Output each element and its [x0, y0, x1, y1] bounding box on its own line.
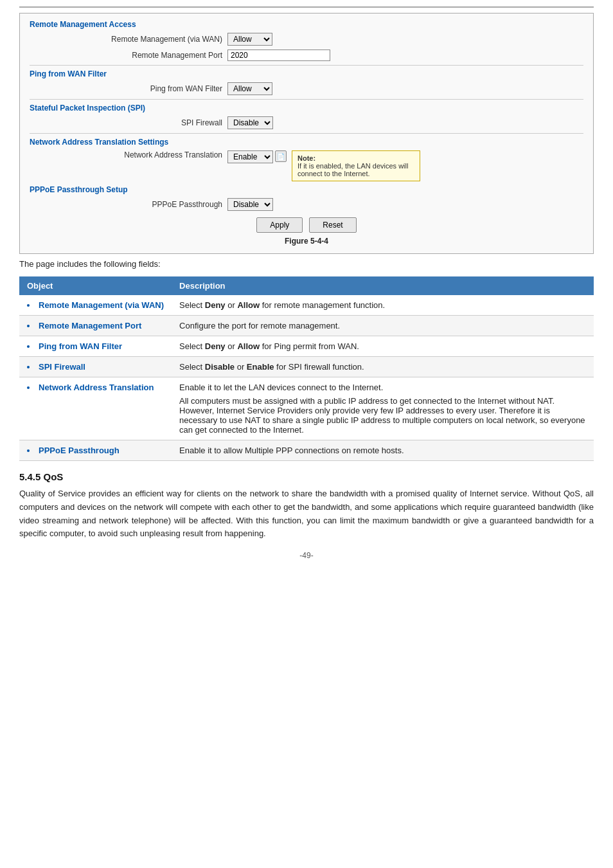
divider-3: [30, 133, 583, 134]
obj-pppoe: PPPoE Passthrough: [19, 440, 172, 461]
divider-2: [30, 99, 583, 100]
remote-management-section: Remote Management Access Remote Manageme…: [30, 20, 583, 61]
intro-text: The page includes the following fields:: [19, 259, 594, 269]
qos-heading: 5.4.5 QoS: [19, 471, 594, 482]
obj-remote-wan: Remote Management (via WAN): [19, 295, 172, 316]
spi-select[interactable]: Disable Enable: [227, 116, 273, 129]
figure-box: Remote Management Access Remote Manageme…: [19, 13, 594, 254]
desc-pppoe: Enable it to allow Multiple PPP connecti…: [172, 440, 594, 461]
spi-row: SPI Firewall Disable Enable: [30, 116, 583, 129]
ping-wan-label: Ping from WAN Filter: [42, 84, 222, 93]
top-divider: [19, 6, 594, 8]
nat-note-text: If it is enabled, the LAN devices will c…: [298, 162, 414, 177]
bullet-ping-wan: Ping from WAN Filter: [27, 341, 164, 351]
nat-section: Network Address Translation Settings Net…: [30, 138, 583, 181]
deny-label-2: Deny: [205, 341, 226, 351]
desc-spi: Select Disable or Enable for SPI firewal…: [172, 357, 594, 377]
table-header-description: Description: [172, 276, 594, 295]
desc-ping-wan: Select Deny or Allow for Ping permit fro…: [172, 336, 594, 357]
table-row: Remote Management (via WAN) Select Deny …: [19, 295, 594, 316]
pppoe-section: PPPoE Passthrough Setup PPPoE Passthroug…: [30, 185, 583, 211]
pppoe-select[interactable]: Disable Enable: [227, 198, 273, 211]
pppoe-label: PPPoE Passthrough: [42, 200, 222, 209]
table-row: PPPoE Passthrough Enable it to allow Mul…: [19, 440, 594, 461]
page-number: -49-: [19, 551, 594, 560]
bullet-remote-port: Remote Management Port: [27, 321, 164, 330]
pppoe-title: PPPoE Passthrough Setup: [30, 185, 583, 194]
remote-management-wan-label: Remote Management (via WAN): [42, 35, 222, 44]
content-area: The page includes the following fields: …: [19, 259, 594, 560]
remote-management-port-input[interactable]: [227, 50, 330, 61]
remote-management-title: Remote Management Access: [30, 20, 583, 29]
figure-caption: Figure 5-4-4: [30, 237, 583, 246]
button-row: Apply Reset: [30, 217, 583, 233]
nat-info-icon[interactable]: 📄: [275, 150, 287, 162]
ping-wan-row: Ping from WAN Filter Allow Deny: [30, 82, 583, 95]
bullet-spi: SPI Firewall: [27, 362, 164, 372]
obj-nat: Network Address Translation: [19, 377, 172, 440]
nat-label: Network Address Translation: [42, 150, 222, 159]
description-table: Object Description Remote Management (vi…: [19, 276, 594, 461]
apply-button[interactable]: Apply: [256, 217, 303, 233]
spi-label: SPI Firewall: [42, 118, 222, 127]
obj-remote-port: Remote Management Port: [19, 316, 172, 336]
table-row: SPI Firewall Select Disable or Enable fo…: [19, 357, 594, 377]
deny-label: Deny: [205, 300, 226, 310]
qos-paragraph: Quality of Service provides an efficient…: [19, 487, 594, 541]
desc-remote-wan: Select Deny or Allow for remote manageme…: [172, 295, 594, 316]
desc-remote-port: Configure the port for remote management…: [172, 316, 594, 336]
nat-select[interactable]: Enable Disable: [227, 150, 273, 163]
table-row: Ping from WAN Filter Select Deny or Allo…: [19, 336, 594, 357]
nat-desc-2: All computers must be assigned with a pu…: [179, 396, 586, 435]
remote-management-port-label: Remote Management Port: [42, 51, 222, 60]
disable-label: Disable: [205, 362, 235, 372]
ping-wan-select[interactable]: Allow Deny: [227, 82, 272, 95]
enable-label: Enable: [247, 362, 274, 372]
table-header-object: Object: [19, 276, 172, 295]
table-row: Remote Management Port Configure the por…: [19, 316, 594, 336]
bullet-nat: Network Address Translation: [27, 383, 164, 392]
obj-ping-wan: Ping from WAN Filter: [19, 336, 172, 357]
nat-desc-1: Enable it to let the LAN devices connect…: [179, 383, 586, 392]
allow-label: Allow: [237, 300, 260, 310]
divider-1: [30, 65, 583, 66]
bullet-remote-wan: Remote Management (via WAN): [27, 300, 164, 310]
nat-row: Network Address Translation Enable Disab…: [30, 150, 583, 181]
ping-wan-section: Ping from WAN Filter Ping from WAN Filte…: [30, 69, 583, 95]
nat-title: Network Address Translation Settings: [30, 138, 583, 147]
spi-section: Stateful Packet Inspection (SPI) SPI Fir…: [30, 104, 583, 129]
ping-wan-title: Ping from WAN Filter: [30, 69, 583, 78]
remote-management-wan-row: Remote Management (via WAN) Allow Deny: [30, 33, 583, 46]
pppoe-row: PPPoE Passthrough Disable Enable: [30, 198, 583, 211]
desc-nat: Enable it to let the LAN devices connect…: [172, 377, 594, 440]
obj-spi: SPI Firewall: [19, 357, 172, 377]
remote-management-port-row: Remote Management Port: [30, 50, 583, 61]
bullet-pppoe: PPPoE Passthrough: [27, 446, 164, 455]
remote-management-wan-select[interactable]: Allow Deny: [227, 33, 272, 46]
nat-note-box: Note: If it is enabled, the LAN devices …: [292, 150, 420, 181]
allow-label-2: Allow: [237, 341, 260, 351]
nat-note-title: Note:: [298, 154, 414, 162]
reset-button[interactable]: Reset: [309, 217, 356, 233]
table-row: Network Address Translation Enable it to…: [19, 377, 594, 440]
spi-title: Stateful Packet Inspection (SPI): [30, 104, 583, 113]
